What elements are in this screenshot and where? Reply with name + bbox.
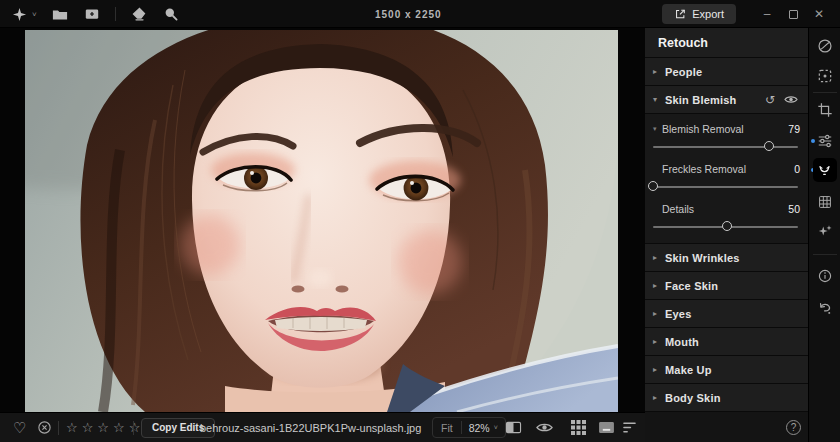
image-dimensions-label: 1500 x 2250 [375, 0, 442, 28]
toolbar-left-group: ˅ [10, 0, 180, 28]
tool-rail [808, 28, 840, 442]
effects-sparkle-icon[interactable] [817, 223, 833, 239]
slider-track[interactable] [653, 221, 800, 233]
caret-right-icon: ▸ [653, 365, 665, 374]
freckles-removal-slider: Freckles Removal 0 [653, 161, 800, 193]
undo-icon[interactable] [817, 300, 833, 316]
eye-visibility-icon[interactable] [784, 94, 798, 105]
slider-handle[interactable] [648, 181, 658, 191]
texture-grid-icon[interactable] [817, 195, 832, 210]
photo-editor-window: ˅ 1500 x 2250 Export – [0, 0, 840, 442]
caret-right-icon: ▸ [653, 253, 665, 262]
caret-down-icon: ▾ [653, 95, 665, 104]
chevron-down-icon[interactable]: ˅ [32, 10, 37, 19]
window-minimize-button[interactable]: – [754, 0, 780, 28]
section-make-up[interactable]: ▸ Make Up [645, 356, 808, 384]
window-close-button[interactable]: ✕ [806, 0, 832, 28]
rail-divider [813, 254, 837, 255]
caret-right-icon: ▸ [653, 281, 665, 290]
caret-down-icon[interactable]: ▾ [653, 125, 662, 133]
star-icon[interactable]: ☆ [66, 420, 78, 435]
details-slider: Details 50 [653, 201, 800, 233]
accent-dot [811, 139, 815, 143]
portrait-photo[interactable] [25, 30, 618, 412]
reject-icon[interactable] [37, 420, 52, 435]
section-skin-blemish[interactable]: ▾ Skin Blemish ↺ [645, 86, 808, 114]
slider-track[interactable] [653, 141, 800, 153]
chevron-down-icon: ˅ [494, 424, 498, 431]
zoom-loupe-icon[interactable] [162, 5, 180, 23]
export-label: Export [692, 8, 724, 20]
compare-icon[interactable] [816, 38, 833, 55]
portrait-retouch-icon-active[interactable] [813, 158, 837, 182]
skin-blemish-controls: ▾ Blemish Removal 79 Freckles Removal 0 [645, 114, 808, 244]
star-icon[interactable]: ☆ [82, 420, 94, 435]
panel-empty-area: ? [645, 412, 808, 442]
caret-right-icon: ▸ [653, 337, 665, 346]
section-mouth[interactable]: ▸ Mouth [645, 328, 808, 356]
editor-canvas [0, 28, 645, 412]
caret-right-icon: ▸ [653, 309, 665, 318]
toolbar-divider [115, 7, 116, 21]
crop-icon[interactable] [817, 102, 833, 118]
single-image-view-icon[interactable] [598, 421, 615, 434]
section-eyes[interactable]: ▸ Eyes [645, 300, 808, 328]
section-body-skin[interactable]: ▸ Body Skin [645, 384, 808, 412]
caret-right-icon: ▸ [653, 67, 665, 76]
bottom-toolbar: ♡ ☆ ☆ ☆ ☆ ☆ Copy Edits behrouz-sasani-1B… [0, 412, 645, 442]
fit-button[interactable]: Fit [433, 422, 461, 434]
section-skin-wrinkles[interactable]: ▸ Skin Wrinkles [645, 244, 808, 272]
export-button[interactable]: Export [662, 4, 736, 24]
eraser-icon[interactable] [130, 5, 148, 23]
top-toolbar: ˅ 1500 x 2250 Export – [0, 0, 840, 28]
gallery-grid-icon[interactable] [571, 420, 586, 435]
help-button[interactable]: ? [786, 420, 801, 435]
rail-divider [813, 92, 837, 93]
star-icon[interactable]: ☆ [97, 420, 109, 435]
caret-right-icon: ▸ [653, 393, 665, 402]
slider-track[interactable] [653, 181, 800, 193]
toolbar-right-group: Export – ✕ [662, 0, 832, 28]
export-icon [674, 8, 686, 20]
star-rating: ☆ ☆ ☆ ☆ ☆ [66, 420, 140, 435]
reset-icon[interactable]: ↺ [765, 94, 775, 106]
slider-handle[interactable] [764, 141, 774, 151]
maximize-icon [789, 10, 798, 19]
filename-label: behrouz-sasani-1B22UBPK1Pw-unsplash.jpg [200, 422, 421, 434]
section-people[interactable]: ▸ People [645, 58, 808, 86]
star-icon[interactable]: ☆ [113, 420, 125, 435]
marquee-selection-icon[interactable] [816, 68, 833, 85]
section-actions: ↺ [765, 94, 798, 106]
zoom-control-group: Fit 82% ˅ [432, 417, 506, 438]
star-icon[interactable]: ☆ [129, 420, 141, 435]
retouch-panel: Retouch ▸ People ▾ Skin Blemish ↺ ▾ Blem… [645, 28, 808, 442]
bottombar-divider [133, 421, 134, 435]
sort-filter-icon[interactable] [622, 421, 637, 434]
bottombar-divider [58, 421, 59, 435]
before-after-split-icon[interactable] [505, 420, 522, 435]
adjustments-icon[interactable] [817, 133, 833, 149]
blemish-removal-slider: ▾ Blemish Removal 79 [653, 121, 800, 153]
sparkle-menu-icon[interactable] [10, 5, 28, 23]
add-image-icon[interactable] [83, 5, 101, 23]
zoom-level-dropdown[interactable]: 82% ˅ [462, 422, 505, 434]
info-icon[interactable] [817, 268, 833, 284]
favorite-heart-icon[interactable]: ♡ [13, 419, 26, 437]
section-face-skin[interactable]: ▸ Face Skin [645, 272, 808, 300]
preview-eye-icon[interactable] [536, 421, 553, 434]
window-maximize-button[interactable] [780, 0, 806, 28]
folder-icon[interactable] [51, 5, 69, 23]
slider-handle[interactable] [722, 221, 732, 231]
panel-title: Retouch [645, 28, 808, 58]
